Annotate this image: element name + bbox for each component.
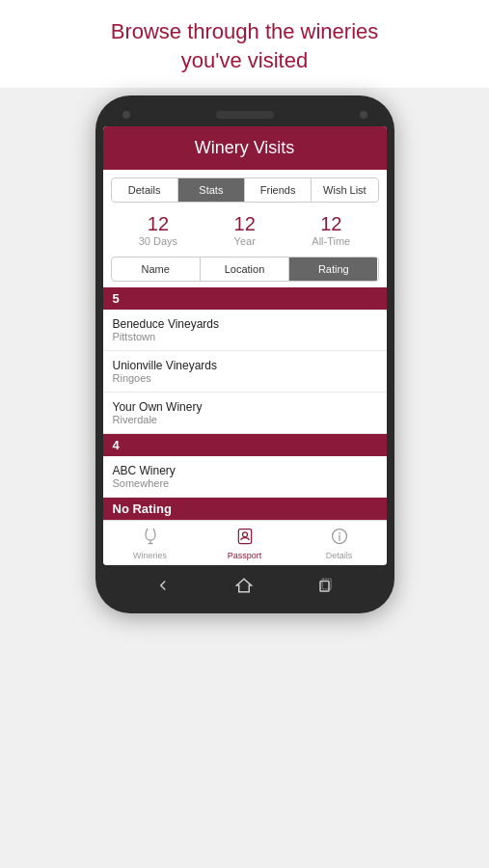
winery-beneduce[interactable]: Beneduce Vineyards Pittstown (103, 310, 387, 351)
promo-area: Browse through the wineries you've visit… (0, 0, 489, 88)
stat-30days: 12 30 Days (139, 212, 177, 247)
winery-unionville-name: Unionville Vineyards (113, 359, 377, 372)
phone-camera (122, 111, 130, 119)
svg-point-3 (242, 532, 247, 537)
stat-30days-number: 12 (139, 212, 177, 235)
app-title: Winery Visits (195, 138, 295, 157)
app-header: Winery Visits (103, 126, 387, 170)
android-back-button[interactable] (152, 575, 174, 596)
winery-unionville[interactable]: Unionville Vineyards Ringoes (103, 351, 387, 393)
nav-passport[interactable]: Passport (198, 527, 292, 560)
svg-rect-2 (238, 529, 251, 544)
phone-mockup: Winery Visits Details Stats Friends Wish… (81, 88, 409, 868)
tab-stats[interactable]: Stats (178, 178, 245, 202)
winery-yourown-name: Your Own Winery (113, 400, 377, 414)
promo-text: Browse through the wineries you've visit… (29, 17, 460, 74)
tabs-row: Details Stats Friends Wish List (111, 177, 379, 203)
rating-no-rating-header: No Rating (103, 498, 387, 520)
android-recents-button[interactable] (315, 575, 337, 596)
nav-wineries[interactable]: Wineries (103, 527, 198, 560)
tab-friends[interactable]: Friends (245, 178, 312, 202)
passport-icon (235, 527, 255, 549)
stat-alltime-label: All-Time (312, 235, 350, 247)
nav-details[interactable]: Details (292, 527, 387, 560)
tab-wishlist[interactable]: Wish List (312, 178, 377, 202)
stat-year-number: 12 (234, 212, 256, 235)
phone-speaker (216, 111, 274, 119)
phone-sensor (360, 111, 367, 119)
rating-group-5-header: 5 (103, 287, 387, 310)
stats-row: 12 30 Days 12 Year 12 All-Time (103, 203, 387, 253)
phone-body: Winery Visits Details Stats Friends Wish… (95, 95, 394, 613)
nav-passport-label: Passport (228, 551, 262, 560)
winery-yourown[interactable]: Your Own Winery Riverdale (103, 393, 387, 434)
tab-details[interactable]: Details (112, 178, 178, 202)
sort-location[interactable]: Location (201, 258, 289, 281)
phone-bottom-bar (103, 565, 387, 602)
winery-beneduce-location: Pittstown (113, 331, 377, 342)
winery-unionville-location: Ringoes (113, 372, 377, 384)
svg-marker-7 (237, 580, 252, 593)
wineries-icon (141, 527, 160, 549)
winery-abc-location: Somewhere (113, 477, 377, 489)
stat-alltime-number: 12 (312, 212, 350, 235)
sort-row: Name Location Rating (111, 257, 379, 282)
stat-alltime: 12 All-Time (312, 212, 350, 247)
sort-rating[interactable]: Rating (289, 258, 377, 281)
stat-30days-label: 30 Days (139, 235, 177, 247)
sort-name[interactable]: Name (112, 258, 201, 281)
nav-details-label: Details (326, 551, 353, 560)
stat-year-label: Year (234, 235, 256, 247)
android-home-button[interactable] (233, 575, 255, 596)
details-icon (330, 527, 349, 549)
rating-group-4-header: 4 (103, 434, 387, 456)
winery-abc[interactable]: ABC Winery Somewhere (103, 456, 387, 498)
winery-yourown-location: Riverdale (113, 414, 377, 425)
bottom-nav: Wineries Passport (103, 520, 387, 565)
phone-top-bar (103, 107, 387, 126)
stat-year: 12 Year (234, 212, 256, 247)
winery-beneduce-name: Beneduce Vineyards (113, 317, 377, 331)
nav-wineries-label: Wineries (133, 551, 167, 560)
winery-abc-name: ABC Winery (113, 464, 377, 477)
screen: Winery Visits Details Stats Friends Wish… (103, 126, 387, 565)
